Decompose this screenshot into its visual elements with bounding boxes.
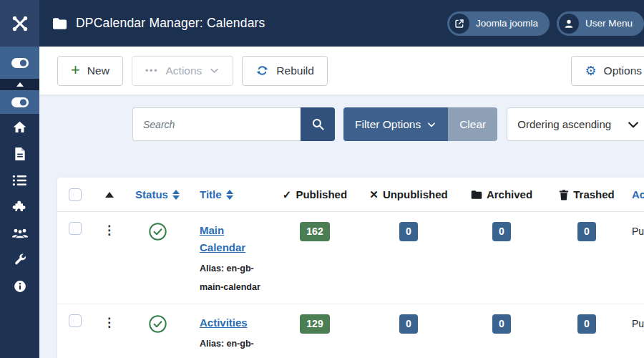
unpublished-column-header: ✕ Unpublished — [361, 188, 456, 201]
row-drag-cell: ⋮ — [93, 222, 125, 236]
archived-count-badge: 0 — [492, 314, 511, 334]
wrench-icon — [13, 253, 27, 267]
rebuild-button-label: Rebuild — [276, 64, 314, 77]
unpublished-column-label: Unpublished — [383, 188, 448, 200]
sidebar-item-menus[interactable] — [0, 167, 39, 193]
calendar-title-link[interactable]: Main Calendar — [200, 224, 245, 253]
sidebar-item-components[interactable] — [0, 193, 39, 220]
drag-handle-icon[interactable]: ⋮ — [103, 224, 115, 236]
joomla-logo[interactable] — [0, 0, 39, 47]
chevron-down-icon — [426, 120, 436, 130]
toggle-icon — [11, 95, 29, 110]
select-all-checkbox[interactable] — [69, 188, 82, 201]
actions-button[interactable]: ••• Actions — [132, 56, 233, 86]
access-column-header[interactable]: Access — [626, 188, 644, 200]
users-icon — [11, 226, 29, 240]
search-input[interactable] — [132, 107, 301, 141]
row-title-cell: Activities Alias: en-gb- — [190, 314, 268, 354]
gear-icon: ⚙ — [585, 64, 596, 77]
calendar-alias: Alias: en-gb-main-calendar — [200, 260, 268, 296]
table-row: ⋮ Activities Alias: en-gb- 129 0 0 0 Pub… — [57, 304, 644, 358]
sidebar-item-users[interactable] — [0, 220, 39, 246]
new-button[interactable]: + New — [57, 56, 123, 86]
row-select-cell — [57, 222, 93, 235]
row-access-level: Public — [626, 314, 644, 329]
access-column-label: Access — [632, 188, 644, 200]
filter-options-button[interactable]: Filter Options — [343, 107, 448, 141]
ordering-column-header[interactable] — [93, 192, 125, 198]
unpublished-count-badge: 0 — [399, 314, 418, 334]
sidebar-scroll-up[interactable] — [0, 79, 39, 90]
options-button[interactable]: ⚙ Options — [571, 56, 644, 86]
sidebar-item-help[interactable] — [0, 273, 39, 299]
search-button[interactable] — [301, 107, 335, 141]
rebuild-button[interactable]: Rebuild — [242, 56, 328, 86]
sidebar-item-content[interactable] — [0, 140, 39, 167]
clear-button[interactable]: Clear — [448, 107, 497, 141]
sidebar-item-toggle-top[interactable] — [0, 47, 39, 79]
page-header: DPCalendar Manager: Calendars Joomla joo… — [39, 0, 644, 47]
document-icon — [14, 147, 26, 161]
puzzle-icon — [12, 199, 27, 214]
folder-icon — [52, 17, 67, 30]
sort-icon — [226, 190, 233, 200]
ellipsis-icon: ••• — [145, 66, 159, 76]
trashed-count-badge: 0 — [577, 314, 596, 334]
site-preview-button[interactable]: Joomla joomla — [447, 11, 550, 36]
calendar-title-link[interactable]: Activities — [200, 316, 248, 329]
sidebar-item-system[interactable] — [0, 246, 39, 273]
archived-count-badge: 0 — [492, 222, 511, 241]
home-icon — [12, 120, 27, 135]
archived-column-header: Archived — [456, 188, 547, 200]
chevron-down-icon — [626, 117, 640, 132]
calendar-alias: Alias: en-gb- — [200, 335, 268, 354]
table-row: ⋮ Main Calendar Alias: en-gb-main-calend… — [57, 212, 644, 304]
published-column-label: Published — [296, 188, 347, 200]
status-published-icon[interactable] — [148, 222, 167, 241]
row-checkbox[interactable] — [69, 222, 82, 235]
row-unpublished-cell: 0 — [361, 314, 456, 334]
chevron-down-icon — [209, 65, 220, 76]
trashed-column-header: Trashed — [547, 188, 626, 200]
refresh-icon — [255, 64, 269, 77]
title-column-header[interactable]: Title — [190, 188, 268, 200]
sort-icon — [172, 190, 180, 200]
trashed-count-badge: 0 — [577, 222, 596, 241]
row-trashed-cell: 0 — [547, 314, 626, 334]
trash-icon — [559, 189, 569, 200]
row-unpublished-cell: 0 — [361, 222, 456, 241]
ordering-select[interactable]: Ordering ascending — [507, 107, 644, 141]
unpublished-count-badge: 0 — [399, 222, 418, 241]
admin-sidebar — [0, 0, 39, 358]
table-header-row: Status Title ✓ Published ✕ Unpublished A… — [57, 178, 644, 212]
published-count-badge: 129 — [300, 314, 329, 334]
plus-icon: + — [71, 62, 80, 78]
status-published-icon[interactable] — [148, 314, 167, 334]
row-trashed-cell: 0 — [547, 222, 626, 241]
toolbar: + New ••• Actions Rebuild ⚙ Options — [39, 47, 644, 95]
page-title: DPCalendar Manager: Calendars — [76, 16, 265, 31]
row-archived-cell: 0 — [456, 222, 547, 241]
scroll-up-arrow-icon — [16, 82, 24, 87]
user-menu-button[interactable]: User Menu — [557, 11, 644, 36]
trashed-column-label: Trashed — [573, 188, 615, 200]
list-icon — [12, 174, 27, 187]
status-column-header[interactable]: Status — [125, 188, 190, 200]
sidebar-item-home[interactable] — [0, 114, 39, 140]
filter-options-label: Filter Options — [355, 118, 421, 131]
site-preview-label: Joomla joomla — [476, 18, 538, 29]
search-icon — [311, 117, 325, 131]
row-archived-cell: 0 — [456, 314, 547, 334]
new-button-label: New — [87, 64, 109, 77]
row-checkbox[interactable] — [69, 314, 82, 327]
select-all-cell — [57, 188, 93, 201]
published-column-header: ✓ Published — [268, 188, 361, 201]
archived-column-label: Archived — [487, 188, 532, 200]
row-published-cell: 162 — [268, 222, 361, 241]
sidebar-item-toggle[interactable] — [0, 90, 39, 114]
row-drag-cell: ⋮ — [93, 314, 125, 329]
row-title-cell: Main Calendar Alias: en-gb-main-calendar — [190, 222, 268, 296]
row-access-level: Public — [626, 222, 644, 237]
drag-handle-icon[interactable]: ⋮ — [103, 316, 115, 329]
title-column-label: Title — [200, 188, 222, 200]
